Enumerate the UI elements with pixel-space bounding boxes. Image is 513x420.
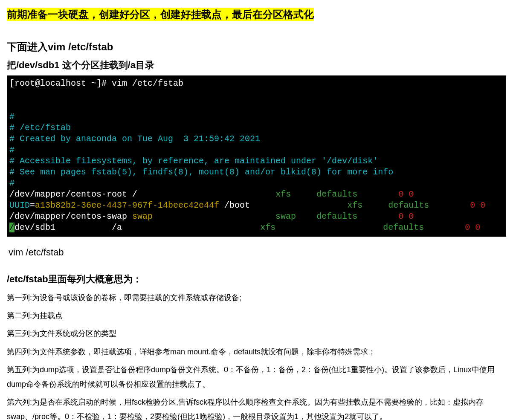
terminal-prompt: [root@localhost ~]# vim /etc/fstab [9,78,183,88]
fstab-comment: # [9,112,14,122]
highlight-text: 前期准备一块硬盘，创建好分区，创建好挂载点，最后在分区格式化 [7,8,314,21]
fstab-comment: # [9,178,14,188]
fstab-row1-dev: /dev/mapper/centos-root / [9,189,137,199]
heading-vim-fstab: 下面进入vim /etc/fstab [7,39,506,55]
highlight-banner: 前期准备一块硬盘，创建好分区，创建好挂载点，最后在分区格式化 [7,7,506,22]
fstab-row3-fs: swap [275,211,296,221]
cursor: / [9,223,14,232]
fstab-row2-fs: xfs [347,200,362,210]
fstab-row2-opts: defaults [388,200,429,210]
plain-command: vim /etc/fstab [9,245,506,259]
col-desc-3: 第三列:为文件系统或分区的类型 [7,326,506,341]
fstab-row4-fs: xfs [260,223,275,232]
fstab-row2-uuid: a13b82b2-36ee-4437-967f-14beec42e44f [35,200,219,210]
fstab-row2-eq: = [30,200,35,210]
fstab-row4-mount: /a [112,223,122,232]
fstab-row4-nums: 0 0 [465,223,480,232]
fstab-row3-nums: 0 0 [398,211,414,221]
fstab-comment: # Created by anaconda on Tue Aug 3 21:59… [9,134,260,144]
fstab-row1-nums: 0 0 [398,189,414,199]
fstab-row3-opts: defaults [316,211,357,221]
fstab-row3-dev: /dev/mapper/centos-swap [9,211,132,221]
fstab-row2-nums: 0 0 [470,200,485,210]
fstab-row2-mount: /boot [219,200,250,210]
fstab-row1-opts: defaults [316,189,357,199]
col-desc-5: 第五列:为dump选项，设置是否让备份程序dump备份文件系统。0：不备份，1：… [7,362,506,391]
fstab-row4-opts: defaults [383,223,424,232]
col-desc-2: 第二列:为挂载点 [7,308,506,323]
col-desc-4: 第四列:为文件系统参数，即挂载选项，详细参考man mount.命令，defau… [7,345,506,359]
fstab-comment: # See man pages fstab(5), findfs(8), mou… [9,167,393,177]
fstab-comment: # [9,145,14,155]
terminal-output: [root@localhost ~]# vim /etc/fstab # # /… [7,75,506,237]
fstab-row2-uuid-label: UUID [9,200,30,210]
fstab-row3-swap: swap [132,211,153,221]
heading-mount-desc: 把/dev/sdb1 这个分区挂载到/a目录 [7,58,506,72]
columns-heading: /etc/fstab里面每列大概意思为： [7,272,506,286]
fstab-row4-dev: dev/sdb1 [14,223,55,232]
col-desc-6: 第六列:为是否在系统启动的时候，用fsck检验分区,告诉fsck程序以什么顺序检… [7,395,506,420]
col-desc-1: 第一列:为设备号或该设备的卷标，即需要挂载的文件系统或存储设备; [7,290,506,305]
fstab-comment: # /etc/fstab [9,123,71,133]
fstab-comment: # Accessible filesystems, by reference, … [9,156,378,166]
fstab-row1-fs: xfs [275,189,291,199]
